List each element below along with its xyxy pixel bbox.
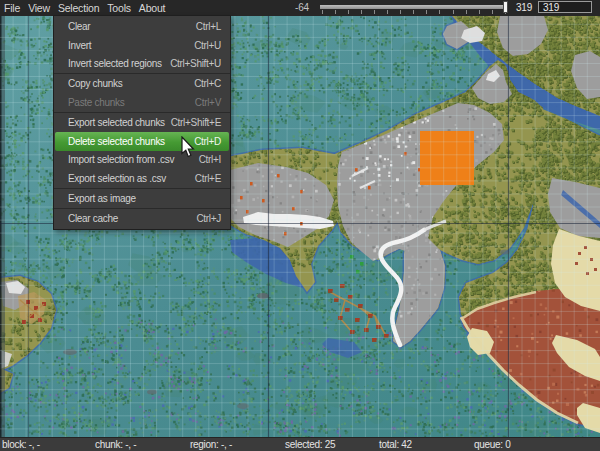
status-selected: selected: 25 xyxy=(285,439,335,450)
mouse-cursor-icon xyxy=(181,136,201,160)
menu-item-label: Clear xyxy=(68,21,90,32)
menu-item-delete-selected-chunks[interactable]: Delete selected chunksCtrl+D xyxy=(55,132,229,151)
menu-item-label: Paste chunks xyxy=(68,97,124,108)
slider-tick xyxy=(387,10,388,14)
menu-item-copy-chunks[interactable]: Copy chunksCtrl+C xyxy=(54,74,230,93)
slider-tick xyxy=(335,10,336,14)
menu-item-import-selection-from-csv[interactable]: Import selection from .csvCtrl+I xyxy=(54,151,230,170)
menu-item-shortcut: Ctrl+Shift+U xyxy=(170,58,221,69)
slider-tick xyxy=(322,10,323,14)
menu-item-invert-selected-regions[interactable]: Invert selected regionsCtrl+Shift+U xyxy=(54,55,230,74)
slider-tick xyxy=(426,10,427,14)
menu-item-label: Import selection from .csv xyxy=(68,154,174,165)
menu-item-shortcut: Ctrl+E xyxy=(195,173,221,184)
slider-tick xyxy=(400,10,401,14)
slider-tick xyxy=(348,10,349,14)
menu-item-shortcut: Ctrl+L xyxy=(196,21,221,32)
menu-item-label: Clear cache xyxy=(68,213,118,224)
menu-item-shortcut: Ctrl+U xyxy=(194,40,221,51)
status-chunk: chunk: -, - xyxy=(95,439,136,450)
menu-item-invert[interactable]: InvertCtrl+U xyxy=(54,36,230,55)
status-block: block: -, - xyxy=(2,439,40,450)
slider-tick xyxy=(361,10,362,14)
slider-tick xyxy=(492,10,493,14)
menubar-item-file[interactable]: File xyxy=(0,1,24,15)
slider-tick xyxy=(466,10,467,14)
menu-item-export-as-image[interactable]: Export as image xyxy=(54,189,230,208)
menu-item-label: Invert selected regions xyxy=(68,58,162,69)
slider-tick xyxy=(439,10,440,14)
slider-tick xyxy=(413,10,414,14)
menu-item-export-selected-chunks[interactable]: Export selected chunksCtrl+Shift+E xyxy=(54,113,230,132)
menu-item-paste-chunks[interactable]: Paste chunksCtrl+V xyxy=(54,93,230,112)
menu-item-shortcut: Ctrl+Shift+E xyxy=(171,117,221,128)
y-min-label: -64 xyxy=(295,2,309,13)
menu-item-shortcut: Ctrl+I xyxy=(199,154,221,165)
menu-item-label: Export as image xyxy=(68,193,136,204)
menu-item-label: Export selection as .csv xyxy=(68,173,166,184)
menubar-item-tools[interactable]: Tools xyxy=(103,1,135,15)
menu-item-label: Delete selected chunks xyxy=(68,136,165,147)
menu-item-label: Invert xyxy=(68,40,91,51)
menu-item-export-selection-as-csv[interactable]: Export selection as .csvCtrl+E xyxy=(54,169,230,188)
status-bar: block: -, -chunk: -, -region: -, -select… xyxy=(0,437,600,451)
y-value-label: 319 xyxy=(516,2,532,13)
slider-tick xyxy=(374,10,375,14)
menu-item-label: Copy chunks xyxy=(68,78,123,89)
menu-bar: FileViewSelectionToolsAbout -64 319 319 xyxy=(0,0,600,16)
menu-item-label: Export selected chunks xyxy=(68,117,165,128)
menu-item-shortcut: Ctrl+J xyxy=(196,213,221,224)
slider-handle[interactable] xyxy=(503,1,508,13)
menu-item-clear[interactable]: ClearCtrl+L xyxy=(54,17,230,36)
menu-item-clear-cache[interactable]: Clear cacheCtrl+J xyxy=(54,209,230,228)
menubar-item-view[interactable]: View xyxy=(24,1,54,15)
menu-item-shortcut: Ctrl+V xyxy=(195,97,221,108)
status-total: total: 42 xyxy=(379,439,412,450)
selection-menu-dropdown: ClearCtrl+LInvertCtrl+UInvert selected r… xyxy=(53,15,231,230)
menubar-item-about[interactable]: About xyxy=(135,1,169,15)
slider-tick xyxy=(453,10,454,14)
status-region: region: -, - xyxy=(190,439,232,450)
y-level-slider[interactable] xyxy=(320,0,512,16)
menu-item-shortcut: Ctrl+C xyxy=(194,78,221,89)
y-value-input[interactable]: 319 xyxy=(538,1,592,13)
status-queue: queue: 0 xyxy=(474,439,511,450)
slider-tick xyxy=(479,10,480,14)
slider-track[interactable] xyxy=(320,5,506,9)
menubar-item-selection[interactable]: Selection xyxy=(54,1,103,15)
selected-chunks-region xyxy=(420,131,474,185)
